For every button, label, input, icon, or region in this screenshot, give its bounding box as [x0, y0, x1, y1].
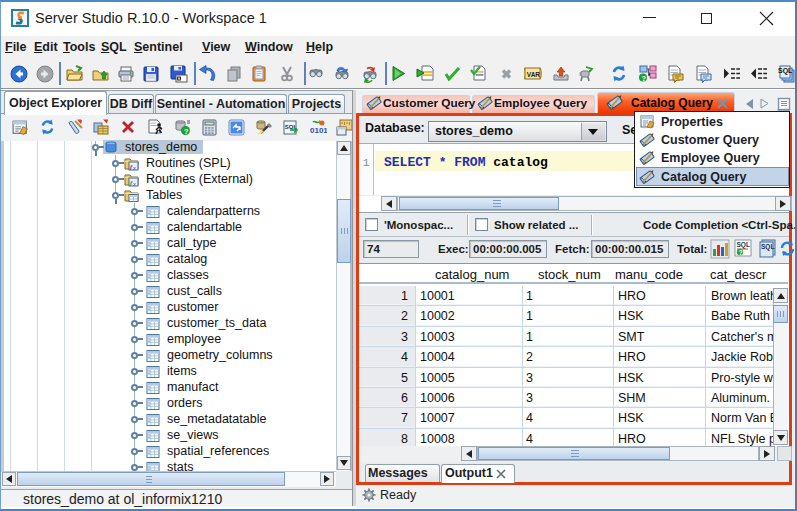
svg-text:VAR: VAR — [527, 71, 541, 78]
svg-text:x: x — [133, 165, 136, 171]
svg-text:?: ? — [739, 249, 743, 256]
svg-text:0101: 0101 — [310, 126, 327, 135]
svg-text:SQL: SQL — [778, 67, 793, 75]
svg-text:x: x — [133, 181, 136, 187]
svg-text:?: ? — [184, 127, 189, 136]
svg-text:SQL: SQL — [761, 243, 774, 251]
svg-text:?: ? — [642, 74, 647, 83]
